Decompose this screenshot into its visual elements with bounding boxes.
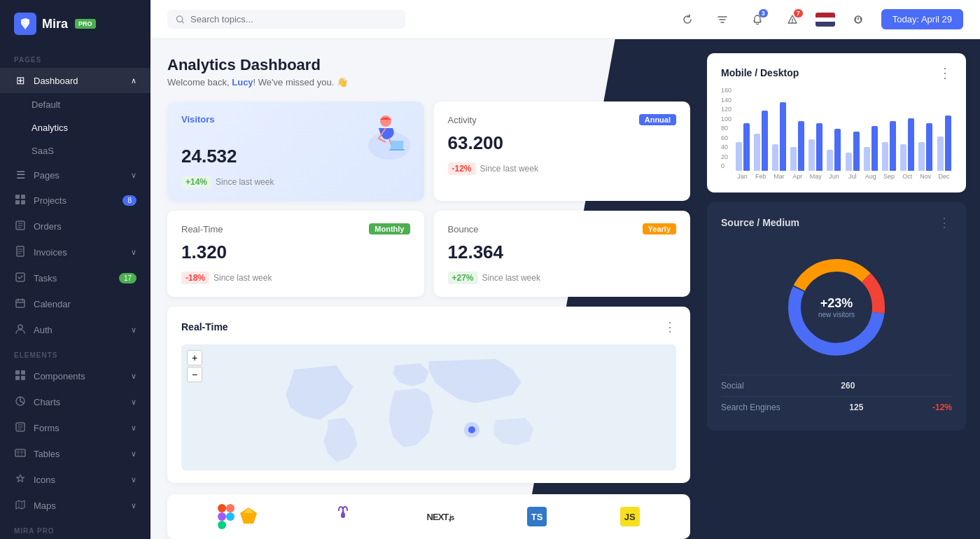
month-label: Nov bbox=[918, 173, 934, 180]
chevron-down-icon: ∨ bbox=[131, 372, 136, 381]
power-button[interactable] bbox=[846, 8, 870, 31]
month-group bbox=[918, 87, 934, 171]
y-label: 160 bbox=[721, 87, 732, 94]
zoom-out-button[interactable]: − bbox=[187, 367, 202, 382]
sidebar-item-invoices[interactable]: Invoices ∨ bbox=[0, 239, 150, 265]
sidebar-item-orders[interactable]: Orders bbox=[0, 214, 150, 239]
sidebar-subitem-default[interactable]: Default bbox=[0, 93, 150, 116]
mobile-bar bbox=[736, 142, 742, 171]
sidebar-item-maps[interactable]: Maps ∨ bbox=[0, 493, 150, 519]
realtime-card-header: Real-Time Monthly bbox=[181, 223, 410, 234]
bounce-label: Bounce bbox=[448, 224, 479, 234]
month-group bbox=[790, 87, 806, 171]
zoom-in-button[interactable]: + bbox=[187, 350, 202, 365]
forms-icon bbox=[14, 421, 27, 435]
realtime-map-card: Real-Time ⋮ bbox=[167, 307, 690, 483]
sidebar-item-auth[interactable]: Auth ∨ bbox=[0, 317, 150, 343]
donut-center: +23% new visitors bbox=[818, 296, 855, 318]
tables-icon bbox=[14, 447, 27, 461]
javascript-text: JS bbox=[624, 512, 636, 522]
subitem-label: SaaS bbox=[31, 146, 54, 156]
visitors-card: Visitors bbox=[167, 102, 424, 201]
sidebar-subitem-saas[interactable]: SaaS bbox=[0, 139, 150, 162]
language-flag[interactable] bbox=[816, 13, 835, 27]
desktop-bar bbox=[926, 123, 932, 171]
bounce-footer: +27% Since last week bbox=[448, 272, 677, 284]
sidebar-item-components[interactable]: Components ∨ bbox=[0, 363, 150, 389]
refresh-button[interactable] bbox=[676, 8, 699, 31]
sidebar-item-tasks[interactable]: Tasks 17 bbox=[0, 265, 150, 291]
mobile-desktop-header: Mobile / Desktop ⋮ bbox=[721, 66, 952, 80]
redux-icon bbox=[332, 505, 354, 526]
sidebar-item-label: Invoices bbox=[34, 247, 67, 258]
filter-button[interactable] bbox=[710, 8, 734, 31]
sidebar-item-dashboard[interactable]: ⊞ Dashboard ∧ bbox=[0, 68, 150, 93]
mobile-bar bbox=[808, 139, 815, 171]
notifications-button[interactable]: 3 bbox=[746, 8, 769, 31]
chevron-down-icon: ∨ bbox=[131, 171, 136, 180]
activity-change: -12% bbox=[448, 162, 476, 175]
y-label: 120 bbox=[721, 106, 732, 113]
sidebar-item-tables[interactable]: Tables ∨ bbox=[0, 441, 150, 467]
pages-section-title: PAGES bbox=[0, 48, 150, 68]
mira-pro-section-title: MIRA PRO bbox=[0, 519, 150, 539]
sidebar-item-label: Orders bbox=[34, 221, 62, 232]
source-row-search: Search Engines 125 -12% bbox=[721, 396, 952, 418]
sidebar-item-label: Auth bbox=[34, 325, 52, 335]
month-label: Jan bbox=[734, 173, 750, 180]
calendar-icon bbox=[14, 298, 27, 311]
typescript-text: TS bbox=[531, 512, 543, 522]
subitem-label: Default bbox=[31, 99, 60, 110]
month-group bbox=[936, 87, 952, 171]
svg-rect-23 bbox=[226, 504, 234, 512]
month-group bbox=[899, 87, 916, 171]
sidebar-item-pages[interactable]: ☰ Pages ∨ bbox=[0, 162, 150, 188]
bounce-value: 12.364 bbox=[448, 241, 677, 263]
month-label: Jul bbox=[844, 173, 860, 180]
svg-rect-15 bbox=[15, 449, 25, 456]
month-label: Mar bbox=[771, 173, 787, 180]
month-label: Aug bbox=[862, 173, 878, 180]
svg-rect-9 bbox=[15, 370, 20, 374]
sidebar-subitem-analytics[interactable]: Analytics bbox=[0, 116, 150, 139]
realtime-value: 1.320 bbox=[181, 241, 410, 263]
sidebar: Mira PRO PAGES ⊞ Dashboard ∧ Default Ana… bbox=[0, 0, 150, 539]
mobile-bar bbox=[790, 147, 797, 171]
alerts-button[interactable]: 7 bbox=[780, 8, 804, 31]
pages-icon: ☰ bbox=[14, 169, 27, 181]
source-name: Search Engines bbox=[721, 402, 780, 412]
visitors-illustration bbox=[347, 107, 417, 163]
javascript-logo: JS bbox=[620, 507, 640, 526]
source-medium-menu[interactable]: ⋮ bbox=[938, 215, 952, 230]
sidebar-item-calendar[interactable]: Calendar bbox=[0, 291, 150, 317]
subitem-label: Analytics bbox=[31, 122, 68, 133]
y-label: 100 bbox=[721, 115, 732, 122]
map-location-dot bbox=[468, 426, 475, 433]
source-medium-title: Source / Medium bbox=[721, 217, 799, 228]
realtime-map-title: Real-Time bbox=[181, 321, 228, 332]
sidebar-item-icons[interactable]: Icons ∨ bbox=[0, 467, 150, 493]
sidebar-item-forms[interactable]: Forms ∨ bbox=[0, 415, 150, 441]
search-wrap[interactable] bbox=[167, 10, 405, 29]
sidebar-item-label: Charts bbox=[34, 397, 60, 407]
month-label: May bbox=[808, 173, 824, 180]
main-area: 3 7 Today: April 29 bbox=[150, 0, 980, 539]
elements-section-title: ELEMENTS bbox=[0, 343, 150, 363]
topbar: 3 7 Today: April 29 bbox=[150, 0, 980, 39]
realtime-map-menu[interactable]: ⋮ bbox=[664, 319, 676, 335]
search-input[interactable] bbox=[190, 14, 397, 24]
activity-badge: Annual bbox=[639, 114, 676, 125]
sidebar-item-charts[interactable]: Charts ∨ bbox=[0, 389, 150, 415]
typescript-logo: TS bbox=[527, 507, 547, 526]
svg-rect-10 bbox=[21, 370, 25, 374]
sidebar-item-projects[interactable]: Projects 8 bbox=[0, 188, 150, 214]
desktop-bar bbox=[834, 129, 841, 171]
today-button[interactable]: Today: April 29 bbox=[881, 9, 963, 29]
bars-container: JanFebMarAprMayJunJulAugSepOctNovDec bbox=[734, 87, 952, 180]
source-medium-card: Source / Medium ⋮ bbox=[707, 202, 966, 430]
mobile-desktop-menu[interactable]: ⋮ bbox=[938, 66, 952, 80]
logo-pro-badge: PRO bbox=[75, 19, 96, 29]
mobile-bar bbox=[882, 142, 888, 171]
sidebar-item-label: Tables bbox=[34, 449, 60, 459]
mobile-bar bbox=[918, 142, 925, 171]
